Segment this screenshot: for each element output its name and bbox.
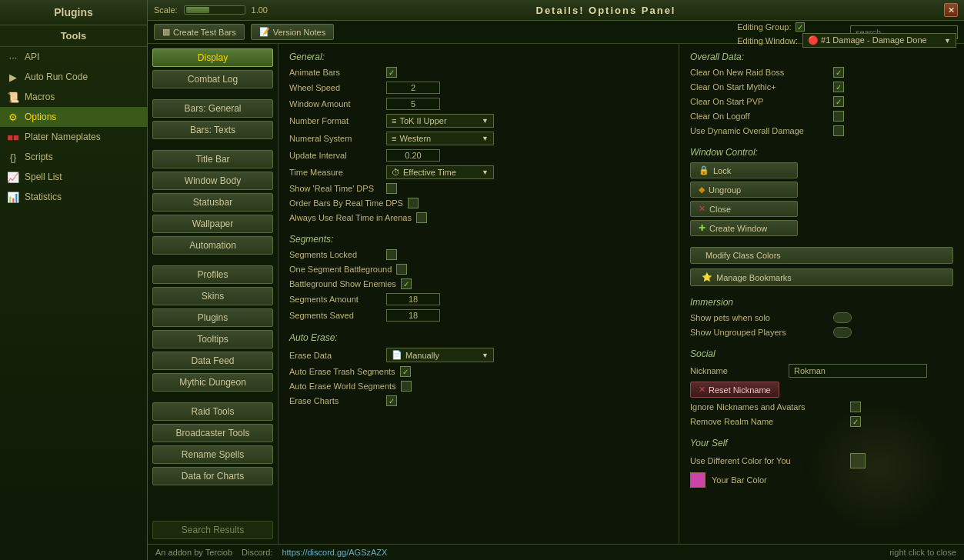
- editing-group-checkbox[interactable]: [796, 22, 805, 32]
- overall-data-section: Overall Data: Clear On New Raid Boss Cle…: [690, 52, 953, 136]
- nav-btn-bars-general[interactable]: Bars: General: [152, 99, 273, 118]
- sidebar-item-scripts[interactable]: {} Scripts: [0, 147, 147, 167]
- sidebar-item-statistics[interactable]: 📊 Statistics: [0, 187, 147, 207]
- show-pets-toggle[interactable]: [833, 312, 852, 323]
- nav-btn-tooltips[interactable]: Tooltips: [152, 330, 273, 348]
- close-button[interactable]: ✕: [944, 3, 958, 17]
- scale-slider[interactable]: [184, 5, 245, 15]
- nav-btn-rename-spells[interactable]: Rename Spells: [152, 445, 273, 464]
- nav-btn-raid-tools[interactable]: Raid Tools: [152, 402, 273, 421]
- nav-btn-data-for-charts[interactable]: Data for Charts: [152, 467, 273, 485]
- clear-raid-boss-row: Clear On New Raid Boss: [690, 67, 953, 78]
- sidebar-item-macros[interactable]: 📜 Macros: [0, 87, 147, 107]
- your-bar-color-row: Your Bar Color: [690, 472, 953, 488]
- use-dynamic-checkbox[interactable]: [833, 125, 844, 136]
- segments-locked-checkbox[interactable]: [386, 249, 397, 260]
- remove-realm-checkbox[interactable]: [850, 416, 861, 427]
- update-interval-input[interactable]: [386, 149, 440, 162]
- clear-start-mythic-row: Clear On Start Mythic+: [690, 82, 953, 92]
- numeral-system-value: Western: [399, 134, 431, 143]
- class-colors-section: Modify Class Colors ⭐ Manage Bookmarks: [690, 247, 953, 286]
- numeral-system-dropdown[interactable]: ≡ Western ▼: [386, 132, 494, 145]
- bg-enemies-checkbox[interactable]: [401, 278, 412, 289]
- clear-raid-boss-checkbox[interactable]: [833, 67, 844, 78]
- reset-nickname-button[interactable]: ✕ Reset Nickname: [690, 382, 779, 398]
- window-amount-input[interactable]: [386, 98, 440, 110]
- clear-logoff-checkbox[interactable]: [833, 111, 844, 122]
- manage-bookmarks-button[interactable]: ⭐ Manage Bookmarks: [690, 268, 953, 286]
- clear-start-mythic-checkbox[interactable]: [833, 82, 844, 92]
- close-window-button[interactable]: ✕ Close: [690, 201, 798, 217]
- nav-btn-data-feed[interactable]: Data Feed: [152, 352, 273, 370]
- discord-link[interactable]: https://discord.gg/AGSzAZX: [282, 548, 387, 557]
- create-test-bars-button[interactable]: ▦ Create Test Bars: [154, 24, 245, 40]
- auto-erase-world-checkbox[interactable]: [401, 381, 412, 392]
- number-format-dropdown[interactable]: ≡ ToK II Upper ▼: [386, 114, 494, 128]
- sidebar-item-spell-list[interactable]: 📈 Spell List: [0, 167, 147, 187]
- time-measure-label: Time Measure: [289, 168, 382, 177]
- right-panel: Overall Data: Clear On New Raid Boss Cle…: [679, 44, 964, 544]
- nav-btn-profiles[interactable]: Profiles: [152, 265, 273, 284]
- clear-start-pvp-label: Clear On Start PVP: [690, 97, 829, 106]
- show-real-time-checkbox[interactable]: [386, 183, 397, 194]
- sidebar-item-auto-run-code[interactable]: ▶ Auto Run Code: [0, 67, 147, 87]
- use-dynamic-row: Use Dynamic Overall Damage: [690, 125, 953, 136]
- erase-data-dropdown[interactable]: 📄 Manually ▼: [386, 348, 494, 362]
- main-content: Scale: 1.00 Details! Options Panel ✕ ▦ C…: [148, 0, 964, 560]
- use-diff-color-checkbox[interactable]: [850, 453, 866, 468]
- nav-btn-broadcaster-tools[interactable]: Broadcaster Tools: [152, 424, 273, 442]
- sidebar-item-plater-label: Plater Nameplates: [25, 132, 101, 142]
- editing-window-label: Editing Window:: [737, 36, 798, 45]
- sidebar-item-api[interactable]: ··· API: [0, 47, 147, 67]
- sidebar-item-options[interactable]: ⚙ Options: [0, 107, 147, 127]
- sidebar-item-plater[interactable]: ■■ Plater Nameplates: [0, 127, 147, 147]
- time-measure-dropdown[interactable]: ⏱ Effective Time ▼: [386, 165, 494, 179]
- chevron-down-icon: ▼: [482, 168, 489, 176]
- auto-erase-world-row: Auto Erase World Segments: [289, 381, 668, 392]
- nav-btn-title-bar[interactable]: Title Bar: [152, 150, 273, 168]
- nav-btn-wallpaper[interactable]: Wallpaper: [152, 215, 273, 233]
- erase-charts-checkbox[interactable]: [386, 395, 397, 406]
- nav-btn-search-results[interactable]: Search Results: [152, 521, 273, 539]
- your-bar-color-swatch[interactable]: [690, 472, 705, 488]
- ungroup-button[interactable]: ◆ Ungroup: [690, 182, 798, 198]
- nav-btn-automation[interactable]: Automation: [152, 236, 273, 255]
- editing-window-dropdown[interactable]: 🔴 #1 Damage - Damage Done ▼: [802, 33, 956, 48]
- wheel-speed-input[interactable]: [386, 82, 440, 94]
- lock-button[interactable]: 🔒 Lock: [690, 162, 798, 178]
- nav-btn-combat-log[interactable]: Combat Log: [152, 70, 273, 88]
- sidebar-item-spells-label: Spell List: [25, 172, 62, 182]
- nav-btn-plugins[interactable]: Plugins: [152, 308, 273, 327]
- plater-icon: ■■: [6, 130, 20, 144]
- version-notes-button[interactable]: 📝 Version Notes: [251, 24, 334, 40]
- ignore-nicknames-checkbox[interactable]: [850, 402, 861, 412]
- nav-btn-display[interactable]: Display: [152, 48, 273, 67]
- clear-start-pvp-checkbox[interactable]: [833, 96, 844, 107]
- nav-btn-window-body[interactable]: Window Body: [152, 172, 273, 190]
- auto-erase-trash-label: Auto Erase Trash Segments: [289, 367, 395, 376]
- clear-logoff-label: Clear On Logoff: [690, 112, 829, 121]
- nickname-input[interactable]: [789, 364, 927, 378]
- segments-saved-input[interactable]: [386, 309, 440, 322]
- reset-icon: ✕: [699, 385, 705, 395]
- sidebar-plugins-header: Plugins: [0, 0, 147, 25]
- one-segment-label: One Segment Battleground: [289, 265, 392, 274]
- your-self-label: Your Self: [690, 438, 953, 448]
- animate-bars-checkbox[interactable]: [386, 67, 397, 78]
- modify-class-colors-button[interactable]: Modify Class Colors: [690, 247, 953, 264]
- nav-btn-skins[interactable]: Skins: [152, 287, 273, 305]
- auto-erase-trash-checkbox[interactable]: [400, 366, 411, 377]
- segments-amount-input[interactable]: [386, 293, 440, 305]
- order-bars-checkbox[interactable]: [408, 198, 419, 208]
- always-real-time-checkbox[interactable]: [416, 212, 427, 223]
- create-window-button[interactable]: ✚ Create Window: [690, 220, 798, 236]
- nav-btn-statusbar[interactable]: Statusbar: [152, 193, 273, 212]
- one-segment-checkbox[interactable]: [396, 264, 407, 275]
- sidebar-item-statistics-label: Statistics: [25, 192, 62, 202]
- order-bars-row: Order Bars By Real Time DPS: [289, 198, 668, 208]
- nav-btn-mythic-dungeon[interactable]: Mythic Dungeon: [152, 373, 273, 392]
- auto-erase-section-label: Auto Erase:: [289, 332, 668, 343]
- show-ungrouped-toggle[interactable]: [833, 327, 852, 338]
- nav-btn-bars-texts[interactable]: Bars: Texts: [152, 121, 273, 139]
- chevron-down-icon: ▼: [944, 37, 951, 45]
